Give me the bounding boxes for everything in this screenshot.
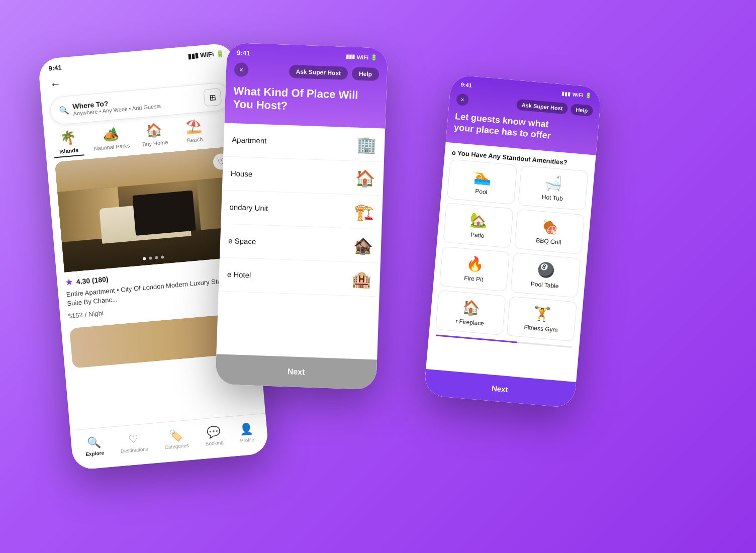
amenity-fire-pit[interactable]: 🔥 Fire Pit <box>439 246 510 292</box>
dot-2 <box>149 256 152 260</box>
house-label: House <box>231 169 253 178</box>
house-icon: 🏠 <box>355 168 375 188</box>
profile-label: Profile <box>240 436 254 443</box>
place-type-list: Apartment 🏢 House 🏠 ondary Unit 🏗️ e Spa… <box>219 123 385 297</box>
battery-icon-3: 🔋 <box>585 93 591 99</box>
amenity-pool-table[interactable]: 🎱 Pool Table <box>510 252 581 298</box>
patio-label: Patio <box>470 231 485 239</box>
phone-amenities-screen: 9:41 ▮▮▮ WiFi 🔋 × Ask Super Host Help Le… <box>424 74 602 408</box>
categories-label: Categories <box>164 442 189 450</box>
close-button-2[interactable]: × <box>234 62 249 77</box>
battery-icon-2: 🔋 <box>370 54 377 61</box>
national-parks-icon: 🏕️ <box>102 126 120 143</box>
search-icon: 🔍 <box>58 105 69 116</box>
tiny-home-label: Tiny Home <box>141 139 168 148</box>
pool-icon: 🏊 <box>473 168 492 186</box>
category-national-parks[interactable]: 🏕️ National Parks <box>92 125 130 154</box>
nav-categories[interactable]: 🏷️ Categories <box>163 428 190 450</box>
pool-label: Pool <box>475 188 488 196</box>
tiny-home-icon: 🏠 <box>145 122 162 139</box>
place-type-house[interactable]: House 🏠 <box>222 156 384 196</box>
apartment-label: Apartment <box>232 135 267 145</box>
p3-header: 9:41 ▮▮▮ WiFi 🔋 × Ask Super Host Help Le… <box>446 74 602 155</box>
status-icons-3: ▮▮▮ WiFi 🔋 <box>561 90 592 99</box>
ask-super-host-button-3[interactable]: Ask Super Host <box>516 99 568 115</box>
progress-fill <box>436 335 518 343</box>
unique-space-icon: 🏚️ <box>352 235 373 255</box>
signal-icon-3: ▮▮▮ <box>561 90 571 97</box>
national-parks-label: National Parks <box>93 142 130 151</box>
ask-super-host-button[interactable]: Ask Super Host <box>289 65 348 80</box>
patio-icon: 🏡 <box>469 212 488 230</box>
nav-profile[interactable]: 👤 Profile <box>239 422 255 443</box>
fitness-gym-icon: 🏋️ <box>533 305 552 323</box>
hot-tub-label: Hot Tub <box>541 194 563 203</box>
status-icons-1: ▮▮▮ WiFi 🔋 <box>187 49 224 60</box>
amenity-pool[interactable]: 🏊 Pool <box>447 159 517 205</box>
categories-icon: 🏷️ <box>168 428 183 442</box>
battery-icon: 🔋 <box>216 49 224 57</box>
beach-label: Beach <box>187 136 203 144</box>
destinations-icon: ♡ <box>128 432 139 446</box>
p2-action-buttons: Ask Super Host Help <box>289 65 379 81</box>
pool-table-icon: 🎱 <box>536 261 555 280</box>
amenities-grid: 🏊 Pool 🛁 Hot Tub 🏡 Patio 🍖 BBQ Grill 🔥 F… <box>429 159 594 342</box>
price-value: $152 <box>68 311 83 320</box>
unique-space-label: e Space <box>228 236 256 246</box>
time-1: 9:41 <box>48 63 62 72</box>
beach-icon: ⛱️ <box>185 119 203 136</box>
signal-icon-2: ▮▮▮ <box>346 53 355 60</box>
amenity-fireplace[interactable]: 🏠 r Fireplace <box>435 290 506 335</box>
price-unit: / Night <box>84 309 104 318</box>
place-type-unique-space[interactable]: e Space 🏚️ <box>220 224 382 263</box>
category-tiny-home[interactable]: 🏠 Tiny Home <box>138 121 170 150</box>
help-button-3[interactable]: Help <box>571 104 594 117</box>
time-2: 9:41 <box>237 49 250 57</box>
place-type-boutique-hotel[interactable]: e Hotel 🏨 <box>219 257 381 297</box>
hot-tub-icon: 🛁 <box>544 174 563 192</box>
amenity-hot-tub[interactable]: 🛁 Hot Tub <box>518 165 588 211</box>
p3-action-buttons: Ask Super Host Help <box>516 99 593 117</box>
explore-icon: 🔍 <box>86 435 101 449</box>
place-type-apartment[interactable]: Apartment 🏢 <box>223 123 385 162</box>
amenity-fitness-gym[interactable]: 🏋️ Fitness Gym <box>507 296 577 341</box>
back-button[interactable]: ← <box>49 77 61 91</box>
fitness-gym-label: Fitness Gym <box>524 324 558 334</box>
filter-button[interactable]: ⊞ <box>203 88 222 107</box>
nav-booking[interactable]: 💬 Booking <box>204 425 224 446</box>
booking-label: Booking <box>205 439 224 446</box>
status-icons-2: ▮▮▮ WiFi 🔋 <box>346 53 378 61</box>
next-button-3[interactable]: Next <box>424 369 576 408</box>
apartment-icon: 🏢 <box>356 135 376 154</box>
help-button-2[interactable]: Help <box>351 67 379 81</box>
dot-1 <box>143 257 146 260</box>
category-beach[interactable]: ⛱️ Beach <box>178 118 210 147</box>
phone-host-type-screen: 9:41 ▮▮▮ WiFi 🔋 × Ask Super Host Help Wh… <box>215 43 388 390</box>
islands-label: Islands <box>59 147 79 154</box>
dot-3 <box>155 256 158 259</box>
amenity-patio[interactable]: 🏡 Patio <box>443 203 513 248</box>
fire-pit-icon: 🔥 <box>465 255 485 273</box>
bottom-nav: 🔍 Explore ♡ Destinations 🏷️ Categories 💬… <box>70 413 269 471</box>
close-button-3[interactable]: × <box>456 93 469 106</box>
nav-destinations[interactable]: ♡ Destinations <box>119 431 148 454</box>
place-type-secondary-unit[interactable]: ondary Unit 🏗️ <box>221 190 383 229</box>
wifi-icon: WiFi <box>200 50 214 59</box>
profile-icon: 👤 <box>239 422 253 436</box>
amenity-bbq-grill[interactable]: 🍖 BBQ Grill <box>514 209 585 254</box>
bbq-grill-icon: 🍖 <box>540 218 559 236</box>
category-islands[interactable]: 🌴 Islands <box>52 129 84 158</box>
boutique-hotel-icon: 🏨 <box>351 269 372 289</box>
p2-header: 9:41 ▮▮▮ WiFi 🔋 × Ask Super Host Help Wh… <box>224 43 388 129</box>
wifi-icon-3: WiFi <box>572 91 583 98</box>
p2-title-line2: You Host? <box>233 98 288 113</box>
explore-label: Explore <box>85 450 105 457</box>
booking-icon: 💬 <box>206 425 221 439</box>
next-button-2[interactable]: Next <box>215 354 377 390</box>
nav-explore[interactable]: 🔍 Explore <box>84 435 104 457</box>
wifi-icon-2: WiFi <box>357 54 369 60</box>
destinations-label: Destinations <box>120 446 148 454</box>
dot-4 <box>161 255 164 259</box>
fire-pit-label: Fire Pit <box>464 274 484 283</box>
bbq-grill-label: BBQ Grill <box>536 237 561 246</box>
